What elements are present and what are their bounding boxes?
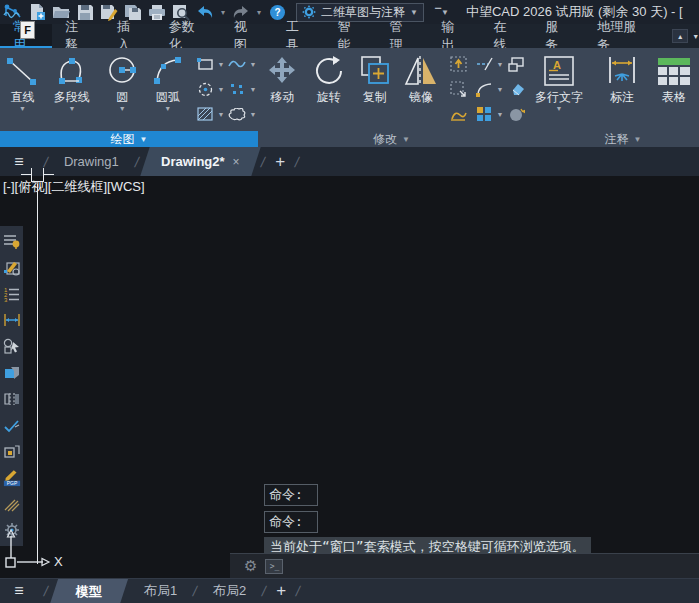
doc-tab-drawing2[interactable]: Drawing2* × bbox=[140, 147, 260, 176]
drawing-canvas[interactable]: [-][俯视][二维线框][WCS] 123 PGP 命令: 命令: 当前处于“… bbox=[0, 176, 699, 578]
tab-separator: / bbox=[261, 583, 268, 599]
tab-view[interactable]: 视图 bbox=[221, 24, 273, 48]
dimension-button[interactable]: 标注 bbox=[599, 48, 645, 104]
circle-button[interactable]: 圆 ▼ bbox=[101, 48, 144, 113]
layout-tab-layout1[interactable]: 布局1 bbox=[134, 579, 187, 603]
arc-dropdown-icon[interactable]: ▼ bbox=[164, 104, 171, 113]
rotate-button[interactable]: 旋转 bbox=[308, 48, 348, 104]
scale-icon[interactable] bbox=[449, 80, 467, 98]
new-layout-icon[interactable]: + bbox=[276, 581, 286, 601]
tab-services[interactable]: 服务 bbox=[532, 24, 584, 48]
edit-attribute-icon[interactable] bbox=[3, 258, 21, 276]
number-list-icon[interactable]: 123 bbox=[3, 285, 21, 303]
tab-smart[interactable]: 智能 bbox=[325, 24, 377, 48]
tab-annotate[interactable]: 注释 bbox=[52, 24, 104, 48]
stretch-icon[interactable] bbox=[449, 55, 467, 73]
layer-manager-icon[interactable] bbox=[3, 232, 21, 250]
erase-icon[interactable] bbox=[507, 80, 525, 98]
panel-title-modify[interactable]: 修改 ▼ bbox=[258, 131, 525, 147]
polyline-dropdown-icon[interactable]: ▼ bbox=[68, 104, 75, 113]
align-icon[interactable] bbox=[507, 55, 525, 73]
command-line-entry: 命令: bbox=[264, 511, 318, 533]
revision-cloud-icon[interactable] bbox=[228, 105, 246, 123]
tab-tools[interactable]: 工具 bbox=[273, 24, 325, 48]
block-editor-icon[interactable] bbox=[3, 443, 21, 461]
circle-dropdown-icon[interactable]: ▼ bbox=[119, 104, 126, 113]
viewport-visual-style-control[interactable]: [二维线框] bbox=[48, 179, 107, 194]
svg-text:?: ? bbox=[274, 7, 280, 18]
point-dropdown-icon[interactable]: ▼ bbox=[248, 86, 258, 93]
tab-online[interactable]: 在线 bbox=[480, 24, 532, 48]
hatch-dropdown-icon[interactable]: ▼ bbox=[216, 111, 226, 118]
polyline-button[interactable]: 多段线 ▼ bbox=[43, 48, 101, 113]
tab-separator: / bbox=[260, 154, 267, 170]
ellipse-dropdown-icon[interactable]: ▼ bbox=[216, 86, 226, 93]
tab-separator: / bbox=[293, 154, 300, 170]
print-icon[interactable] bbox=[146, 2, 168, 22]
fillet-dropdown-icon[interactable]: ▼ bbox=[495, 86, 505, 93]
quick-dimension-icon[interactable] bbox=[3, 311, 21, 329]
tab-insert[interactable]: 插入 bbox=[104, 24, 156, 48]
point-icon[interactable] bbox=[228, 80, 246, 98]
panel-title-draw[interactable]: 绘图 ▼ bbox=[0, 131, 258, 147]
revision-cloud-dropdown-icon[interactable]: ▼ bbox=[248, 111, 258, 118]
ucs-x-label: X bbox=[54, 554, 63, 569]
tab-separator: / bbox=[191, 583, 198, 599]
rectangle-dropdown-icon[interactable]: ▼ bbox=[216, 61, 226, 68]
rotate-icon bbox=[311, 52, 345, 90]
array-dropdown-icon[interactable]: ▼ bbox=[495, 111, 505, 118]
spline-icon[interactable] bbox=[228, 55, 246, 73]
polyline-check-icon[interactable] bbox=[3, 417, 21, 435]
mtext-dropdown-icon[interactable]: ▼ bbox=[556, 104, 563, 113]
mirror-tool-icon[interactable] bbox=[3, 390, 21, 408]
mtext-button[interactable]: A 多行文字 ▼ bbox=[527, 48, 591, 113]
line-button[interactable]: 直线 ▼ bbox=[2, 48, 43, 113]
pgp-edit-icon[interactable]: PGP bbox=[3, 469, 21, 487]
panel-modify-expand-icon: ▼ bbox=[402, 135, 410, 144]
copy-button[interactable]: 复制 bbox=[355, 48, 395, 104]
panel-title-annotate[interactable]: 注释 ▼ bbox=[525, 131, 699, 147]
spline-dropdown-icon[interactable]: ▼ bbox=[248, 61, 258, 68]
tab-parametric[interactable]: 参数化 bbox=[156, 24, 221, 48]
block-insert-icon[interactable] bbox=[3, 364, 21, 382]
viewport-minimize-control[interactable]: [-] bbox=[3, 179, 15, 194]
blend-icon[interactable] bbox=[449, 105, 467, 123]
quick-access-customize-icon[interactable]: ▔▼ bbox=[434, 8, 450, 17]
tab-output[interactable]: 输出 bbox=[428, 24, 480, 48]
trim-dropdown-icon[interactable]: ▼ bbox=[495, 61, 505, 68]
explode-icon[interactable] bbox=[507, 105, 525, 123]
hatch-lines-icon[interactable] bbox=[3, 496, 21, 514]
tab-manage[interactable]: 管理 bbox=[377, 24, 429, 48]
line-icon bbox=[5, 52, 39, 90]
tab-home[interactable]: 常用 F bbox=[0, 24, 52, 48]
table-button[interactable]: 表格 bbox=[651, 48, 697, 104]
quick-select-icon[interactable] bbox=[3, 337, 21, 355]
svg-text:PGP: PGP bbox=[6, 481, 17, 486]
undo-dropdown-icon[interactable]: ▾ bbox=[218, 8, 228, 17]
move-button[interactable]: 移动 bbox=[262, 48, 302, 104]
trim-icon[interactable] bbox=[475, 55, 493, 73]
tab-separator: / bbox=[294, 583, 301, 599]
viewport-ucs-control[interactable]: [WCS] bbox=[107, 179, 145, 194]
command-input[interactable] bbox=[291, 556, 699, 576]
redo-dropdown-icon[interactable]: ▾ bbox=[254, 8, 264, 17]
new-drawing-tab-icon[interactable]: + bbox=[275, 152, 285, 172]
ribbon-options-icon[interactable]: ▼ bbox=[692, 33, 699, 40]
layout-tabs-menu-icon[interactable]: ≡ bbox=[0, 582, 38, 600]
command-settings-gear-icon[interactable]: ⚙ bbox=[244, 557, 257, 575]
arc-button[interactable]: 圆弧 ▼ bbox=[144, 48, 192, 113]
layout-tab-layout2[interactable]: 布局2 bbox=[203, 579, 256, 603]
line-dropdown-icon[interactable]: ▼ bbox=[19, 104, 26, 113]
ribbon-collapse-icon[interactable]: ▲ bbox=[672, 29, 688, 43]
tab-geo[interactable]: 地理服务 bbox=[584, 24, 662, 48]
command-line-entry: 命令: bbox=[264, 484, 318, 506]
fillet-icon[interactable] bbox=[475, 80, 493, 98]
hatch-icon[interactable] bbox=[196, 105, 214, 123]
doc-tab-drawing1[interactable]: Drawing1 bbox=[54, 147, 129, 176]
layout-tab-model[interactable]: 模型 bbox=[50, 579, 128, 603]
mirror-button[interactable]: 镜像 bbox=[401, 48, 441, 104]
array-icon[interactable] bbox=[475, 105, 493, 123]
close-tab-icon[interactable]: × bbox=[232, 155, 239, 169]
rectangle-icon[interactable] bbox=[196, 55, 214, 73]
ellipse-icon[interactable] bbox=[196, 80, 214, 98]
